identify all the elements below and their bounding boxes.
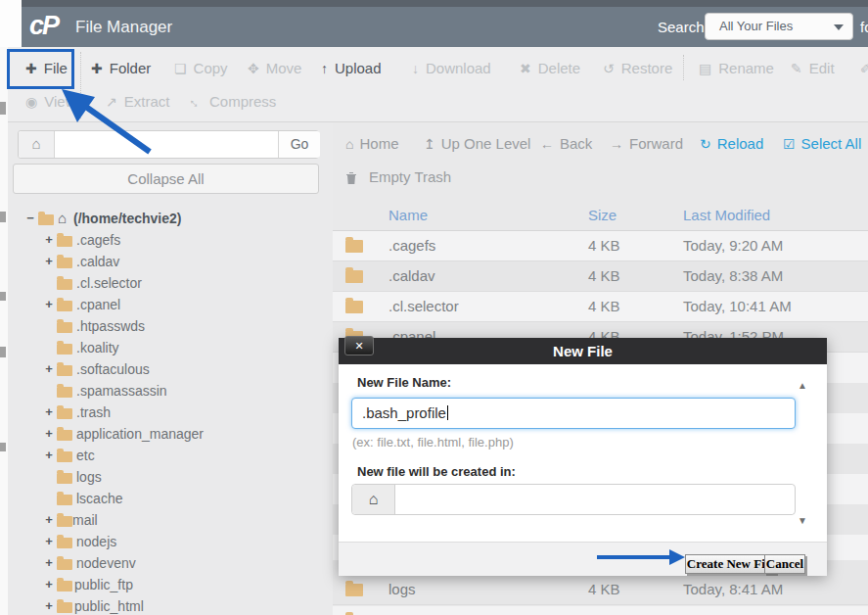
expand-icon[interactable]: + <box>43 448 55 462</box>
folder-icon <box>57 538 72 548</box>
download-button[interactable]: ↓Download <box>412 60 491 76</box>
up-one-level-button[interactable]: ↥Up One Level <box>424 135 530 152</box>
expand-icon[interactable]: + <box>43 426 55 441</box>
forward-button[interactable]: →Forward <box>610 135 683 152</box>
expand-icon[interactable]: + <box>43 361 55 376</box>
left-arrow-icon: ← <box>540 136 554 152</box>
dest-path-input[interactable] <box>396 485 793 514</box>
compress-icon: ↔ <box>185 91 206 112</box>
folder-icon <box>57 602 72 613</box>
annotation-arrow-create-button <box>597 549 689 565</box>
edit-button[interactable]: ✎Edit <box>791 60 835 76</box>
html-editor-button[interactable]: ✐ <box>860 60 868 76</box>
home-icon: ⌂ <box>58 210 67 226</box>
plus-icon: ✚ <box>91 61 103 76</box>
expand-icon[interactable]: + <box>43 577 55 591</box>
dest-path-group: ⌂ <box>351 484 796 515</box>
expand-icon[interactable]: + <box>43 534 55 548</box>
folder-icon <box>57 301 72 311</box>
rename-button[interactable]: ▤Rename <box>699 60 774 76</box>
new-file-name-input[interactable]: .bash_profile <box>351 398 796 429</box>
folder-icon <box>57 365 72 376</box>
compress-button[interactable]: ↔Compress <box>189 93 276 110</box>
app-header: cP File Manager Search All Your Files fo… <box>22 7 868 47</box>
cpanel-logo: cP <box>29 11 58 41</box>
close-button[interactable]: ✕ <box>344 336 374 355</box>
dialog-header[interactable]: New File ✕ <box>339 338 827 364</box>
folder-icon <box>57 344 72 355</box>
upload-icon: ↑ <box>321 61 328 76</box>
table-row[interactable]: .cl.selector 4 KB Today, 10:41 AM <box>333 292 868 322</box>
expand-icon[interactable]: + <box>43 232 55 247</box>
dest-label: New file will be created in: <box>357 464 516 479</box>
folder-icon <box>345 270 363 283</box>
top-strip <box>10 0 868 7</box>
folder-icon <box>345 584 363 596</box>
collapse-all-button[interactable]: Collapse All <box>13 164 319 194</box>
select-all-button[interactable]: ☑Select All <box>783 135 861 152</box>
delete-button[interactable]: ✖Delete <box>520 60 580 76</box>
folder-button[interactable]: ✚Folder <box>91 60 151 76</box>
new-file-name-label: New File Name: <box>357 375 451 390</box>
html-editor-icon: ✐ <box>860 61 868 76</box>
edit-icon: ✎ <box>791 61 802 76</box>
trash-icon <box>345 169 363 185</box>
folder-icon <box>57 451 72 462</box>
home-icon[interactable]: ⌂ <box>19 131 55 158</box>
empty-trash-button[interactable]: Empty Trash <box>345 168 451 185</box>
new-file-dialog: New File ✕ New File Name: .bash_profile … <box>339 338 827 576</box>
expand-icon[interactable]: + <box>43 555 55 570</box>
restore-icon: ↺ <box>603 61 615 76</box>
up-arrow-icon: ↥ <box>424 136 435 152</box>
folder-icon <box>57 516 72 527</box>
home-nav-button[interactable]: ⌂Home <box>345 135 398 152</box>
search-scope-value: All Your Files <box>719 19 793 33</box>
table-row[interactable]: logs 4 KB Today, 8:41 AM <box>333 575 868 605</box>
reload-button[interactable]: ↻Reload <box>700 135 763 152</box>
expand-icon[interactable]: + <box>43 404 55 419</box>
file-manager-app: cP File Manager Search All Your Files fo… <box>0 0 868 615</box>
expand-icon[interactable]: + <box>43 254 55 268</box>
move-icon: ✥ <box>248 61 259 76</box>
collapse-icon[interactable]: − <box>24 211 36 225</box>
expand-icon[interactable]: + <box>43 598 55 613</box>
back-button[interactable]: ←Back <box>540 135 592 152</box>
dialog-footer: Create New File Cancel <box>339 542 827 576</box>
move-button[interactable]: ✥Move <box>248 60 301 76</box>
column-name[interactable]: Name <box>388 207 428 223</box>
page-title: File Manager <box>75 18 172 37</box>
table-row[interactable]: .caldav 4 KB Today, 8:38 AM <box>333 261 868 292</box>
reload-icon: ↻ <box>700 136 711 152</box>
expand-icon[interactable]: + <box>43 297 55 311</box>
home-icon[interactable]: ⌂ <box>352 485 395 514</box>
expand-icon[interactable]: + <box>43 512 55 527</box>
folder-icon <box>57 279 72 290</box>
column-last-modified[interactable]: Last Modified <box>683 207 770 223</box>
copy-button[interactable]: ❏Copy <box>174 60 228 76</box>
table-row[interactable]: .cagefs 4 KB Today, 9:20 AM <box>333 231 868 261</box>
home-icon: ⌂ <box>345 136 353 152</box>
folder-icon <box>57 258 72 268</box>
sidebar: ⌂ Go Collapse All − ⌂ (/home/techvie2) +… <box>8 122 333 615</box>
checkbox-icon: ☑ <box>783 136 796 152</box>
download-icon: ↓ <box>412 61 419 76</box>
column-size[interactable]: Size <box>588 207 617 223</box>
folder-icon <box>38 214 54 225</box>
create-new-file-button[interactable]: Create New File <box>685 554 776 574</box>
chevron-down-icon <box>834 24 844 30</box>
folder-icon <box>57 559 72 570</box>
scroll-down-icon[interactable]: ▼ <box>798 515 807 526</box>
folder-icon <box>57 430 72 441</box>
go-button[interactable]: Go <box>278 131 320 158</box>
cancel-button[interactable]: Cancel <box>764 554 805 574</box>
folder-icon <box>57 581 72 591</box>
search-label: Search <box>658 19 705 35</box>
text-caret <box>447 405 448 420</box>
upload-button[interactable]: ↑Upload <box>321 60 382 76</box>
table-row[interactable]: lscache 4 KB Today, 8:39 AM <box>333 606 868 615</box>
restore-button[interactable]: ↺Restore <box>603 60 672 76</box>
folder-icon <box>345 301 363 313</box>
folder-icon <box>57 322 72 333</box>
search-scope-select[interactable]: All Your Files <box>705 13 853 40</box>
scroll-up-icon[interactable]: ▲ <box>798 380 807 391</box>
